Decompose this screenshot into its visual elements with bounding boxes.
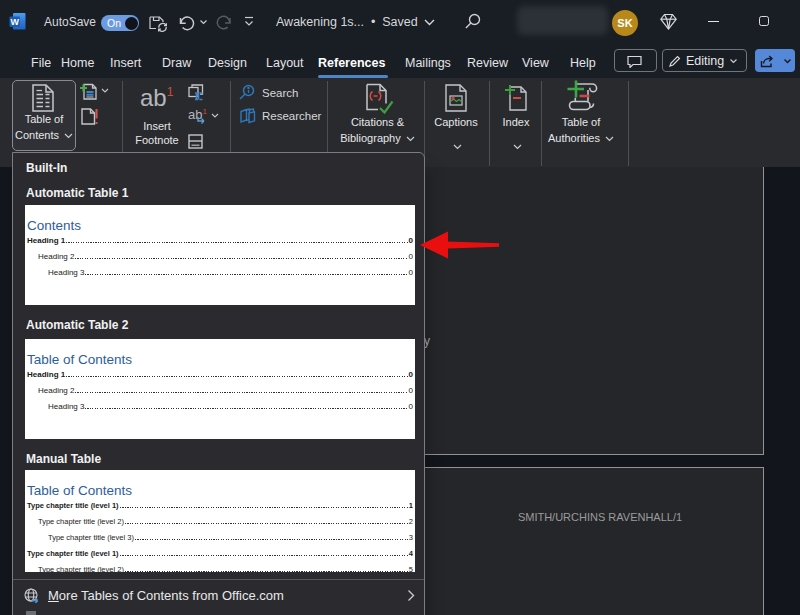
svg-text:W: W xyxy=(11,17,20,27)
